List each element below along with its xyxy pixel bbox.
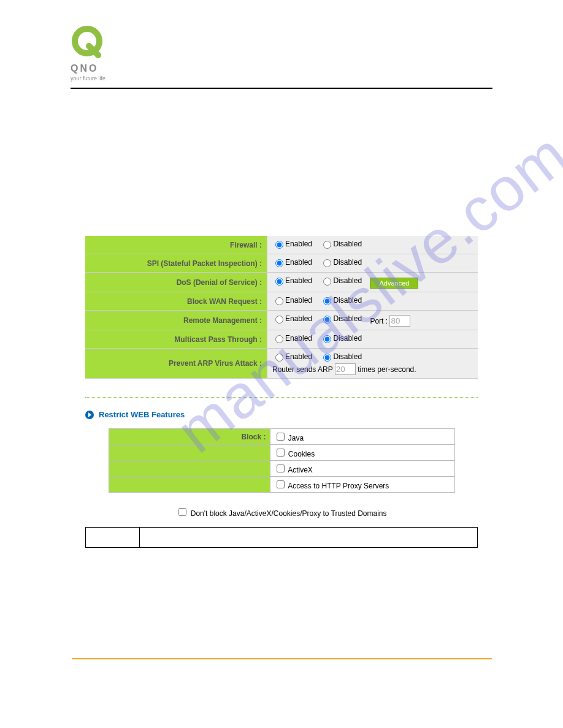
arp-label: Prevent ARP Virus Attack : [85, 349, 267, 379]
brand-tagline: your future life [71, 75, 492, 82]
arp-disabled-radio[interactable]: Disabled [320, 352, 362, 362]
arp-value: Enabled Disabled Router sends ARP times … [267, 349, 478, 379]
remote-mgmt-label: Remote Management : [85, 311, 267, 330]
multicast-enabled-radio[interactable]: Enabled [272, 333, 312, 343]
multicast-value: Enabled Disabled [267, 330, 478, 349]
block-wan-label: Block WAN Request : [85, 292, 267, 311]
firewall-disabled-radio[interactable]: Disabled [320, 239, 362, 249]
empty-cell-1 [86, 528, 140, 548]
block-label: Block : [109, 429, 270, 445]
empty-cell-2 [140, 528, 478, 548]
dos-label: DoS (Denial of Service) : [85, 273, 267, 292]
arp-input[interactable] [335, 363, 356, 375]
multicast-label: Multicast Pass Through : [85, 330, 267, 349]
block-wan-disabled-radio[interactable]: Disabled [320, 295, 362, 305]
remote-disabled-radio[interactable]: Disabled [320, 314, 362, 324]
spi-disabled-radio[interactable]: Disabled [320, 257, 362, 267]
block-cookies-checkbox[interactable]: Cookies [274, 450, 315, 458]
spi-label: SPI (Stateful Packet Inspection) : [85, 254, 267, 273]
dos-enabled-radio[interactable]: Enabled [272, 276, 312, 286]
arp-prefix: Router sends ARP [272, 365, 333, 374]
spi-value: Enabled Disabled [267, 254, 478, 273]
brand-name: QNO [71, 63, 492, 74]
arrow-right-icon [85, 411, 94, 419]
trusted-domains-row: Don't block Java/ActiveX/Cookies/Proxy t… [85, 506, 478, 518]
block-wan-enabled-radio[interactable]: Enabled [272, 295, 312, 305]
block-java-checkbox[interactable]: Java [274, 434, 304, 442]
firewall-label: Firewall : [85, 236, 267, 254]
multicast-disabled-radio[interactable]: Disabled [320, 333, 362, 343]
remote-mgmt-value: Enabled Disabled Port : [267, 311, 478, 330]
block-wan-value: Enabled Disabled [267, 292, 478, 311]
advanced-button[interactable]: Advanced [370, 278, 418, 289]
empty-info-table [85, 527, 478, 548]
block-activex-checkbox[interactable]: ActiveX [274, 466, 313, 474]
port-label: Port : [370, 317, 388, 325]
restrict-section-header: Restrict WEB Features [85, 410, 478, 419]
firewall-value: Enabled Disabled [267, 236, 478, 254]
section-divider [85, 397, 478, 398]
logo-q-icon [71, 25, 104, 58]
spi-enabled-radio[interactable]: Enabled [272, 257, 312, 267]
dos-disabled-radio[interactable]: Disabled [320, 276, 362, 286]
arp-enabled-radio[interactable]: Enabled [272, 352, 312, 362]
firewall-settings-table: Firewall : Enabled Disabled SPI (Statefu… [85, 236, 478, 379]
trusted-checkbox[interactable]: Don't block Java/ActiveX/Cookies/Proxy t… [176, 509, 386, 518]
block-table: Block : Java Cookies ActiveX Access to H… [109, 428, 455, 493]
dos-value: Enabled Disabled Advanced [267, 273, 478, 292]
restrict-title: Restrict WEB Features [99, 410, 185, 419]
block-proxy-checkbox[interactable]: Access to HTTP Proxy Servers [274, 482, 389, 490]
brand-logo-area: QNO your future life [71, 25, 492, 82]
firewall-enabled-radio[interactable]: Enabled [272, 239, 312, 249]
arp-suffix: times per-second. [358, 365, 416, 374]
remote-enabled-radio[interactable]: Enabled [272, 314, 312, 324]
footer-divider [72, 658, 492, 659]
port-input[interactable] [389, 315, 410, 327]
